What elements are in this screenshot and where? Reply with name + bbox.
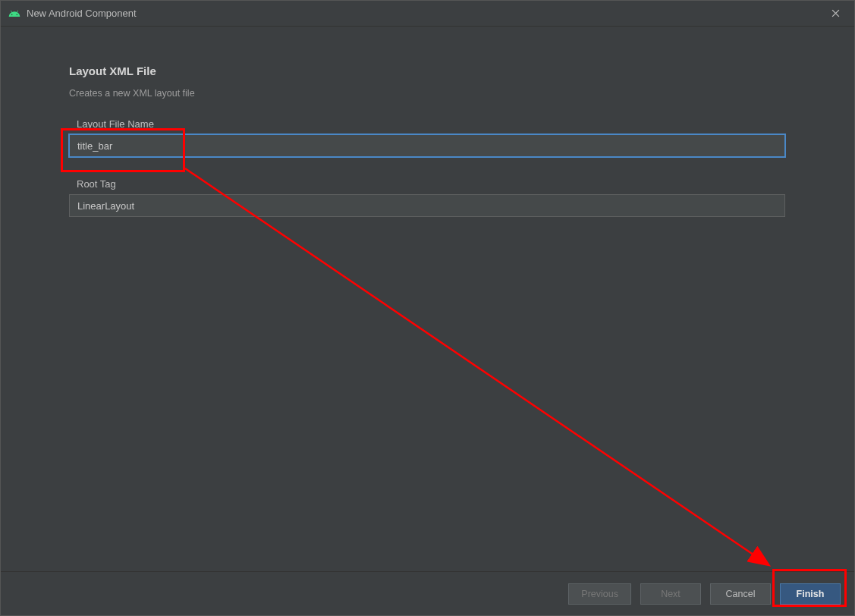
- dialog-window: New Android Component Layout XML File Cr…: [0, 0, 855, 616]
- roottag-input[interactable]: [69, 194, 785, 217]
- titlebar: New Android Component: [1, 1, 854, 27]
- next-button[interactable]: Next: [640, 583, 701, 605]
- window-title: New Android Component: [27, 8, 137, 19]
- finish-button[interactable]: Finish: [780, 583, 841, 605]
- close-icon[interactable]: [824, 2, 847, 25]
- filename-label: Layout File Name: [77, 118, 786, 130]
- filename-field-block: Layout File Name: [69, 118, 786, 157]
- cancel-button[interactable]: Cancel: [710, 583, 771, 605]
- page-subheading: Creates a new XML layout file: [69, 88, 786, 99]
- roottag-field-block: Root Tag: [69, 178, 786, 217]
- previous-button[interactable]: Previous: [568, 583, 631, 605]
- filename-input[interactable]: [69, 134, 785, 157]
- dialog-footer: Previous Next Cancel Finish: [1, 571, 854, 615]
- page-heading: Layout XML File: [69, 64, 786, 77]
- android-icon: [8, 8, 20, 20]
- roottag-label: Root Tag: [77, 178, 786, 190]
- dialog-content: Layout XML File Creates a new XML layout…: [1, 27, 854, 571]
